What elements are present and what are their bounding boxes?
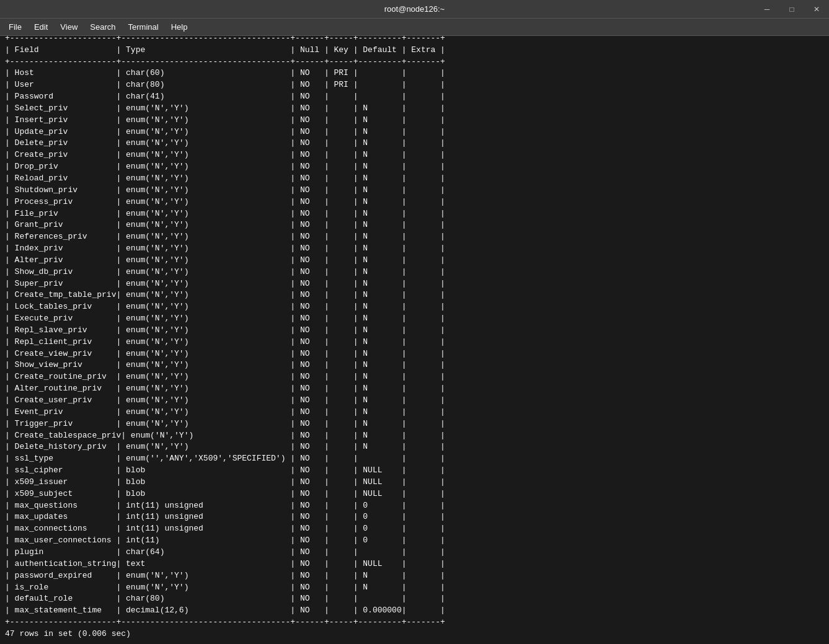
title-bar: root@node126:~ ─ □ ✕ [0, 0, 829, 19]
menu-item-view[interactable]: View [54, 21, 84, 33]
window-controls: ─ □ ✕ [755, 0, 829, 19]
menu-item-help[interactable]: Help [165, 21, 194, 33]
maximize-button[interactable]: □ [779, 0, 804, 19]
menu-bar: FileEditViewSearchTerminalHelp [0, 19, 829, 36]
close-button[interactable]: ✕ [804, 0, 829, 19]
menu-item-file[interactable]: File [2, 21, 28, 33]
terminal-area[interactable]: MariaDB [westos]> desc mysql.user; +----… [0, 36, 829, 644]
menu-item-edit[interactable]: Edit [28, 21, 54, 33]
menu-item-terminal[interactable]: Terminal [122, 21, 165, 33]
minimize-button[interactable]: ─ [755, 0, 779, 19]
window-title: root@node126:~ [384, 4, 445, 14]
menu-item-search[interactable]: Search [84, 21, 122, 33]
